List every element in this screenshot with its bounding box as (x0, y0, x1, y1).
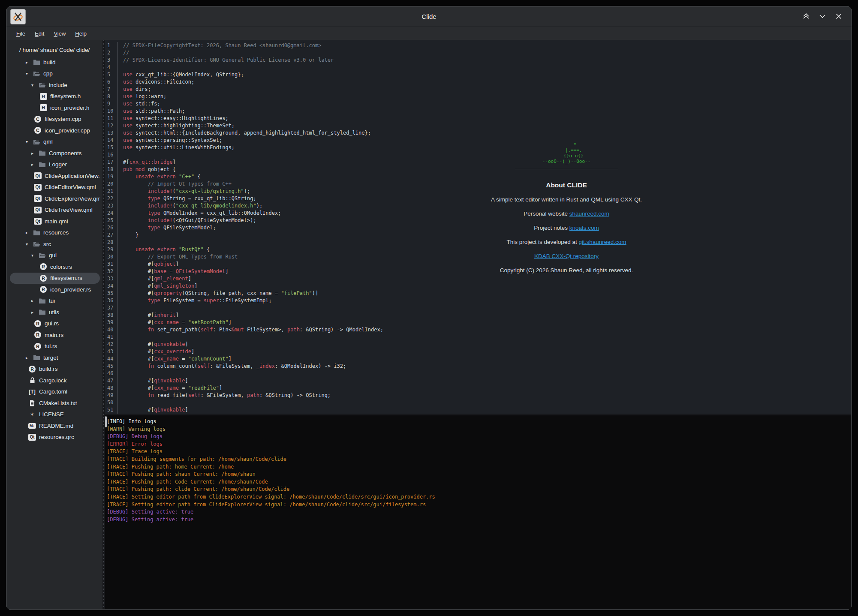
code-text: fn read_file(self: &FileSystem, path: &Q… (117, 392, 851, 399)
file-tree-panel: / home/ shaun/ Code/ clide/ ▸build▾cpp▾i… (7, 40, 102, 609)
tree-item-main-rs[interactable]: Rmain.rs (10, 329, 100, 341)
chevron-collapsed-icon[interactable]: ▸ (31, 162, 38, 167)
tree-item-qml[interactable]: ▾qml (10, 136, 100, 148)
chevron-collapsed-icon[interactable]: ▸ (26, 230, 33, 235)
chevron-expanded-icon[interactable]: ▾ (26, 71, 33, 76)
tree-item-include[interactable]: ▾include (10, 79, 100, 91)
rust-file-icon: R (39, 275, 47, 282)
tree-item-clideapplicationview-qml[interactable]: QtClideApplicationView.qml (10, 170, 100, 182)
about-line: Project notes knoats.com (438, 225, 695, 231)
tree-item-src[interactable]: ▾src (10, 238, 100, 250)
markdown-file-icon: M↓ (28, 423, 36, 429)
tree-item-target[interactable]: ▸target (10, 352, 100, 364)
tree-item-tui[interactable]: ▸tui (10, 295, 100, 307)
qt-file-icon: Qt (34, 195, 42, 202)
folder-icon (38, 252, 46, 258)
log-line-trace: [TRACE] Pushing path: home Current: /hom… (107, 463, 851, 471)
tree-item-clideexplorerview-qml[interactable]: QtClideExplorerView.qml (10, 193, 100, 204)
log-line-trace: [TRACE] Pushing path: Code Current: /hom… (107, 478, 851, 486)
code-text (117, 64, 851, 71)
line-number: 50 (105, 399, 117, 406)
tree-item-gui[interactable]: ▾gui (10, 250, 100, 261)
line-number: 47 (105, 377, 117, 385)
qt-file-icon: Qt (28, 434, 36, 441)
folder-icon (33, 241, 40, 247)
tree-item-cargo-lock[interactable]: Cargo.lock (10, 375, 100, 386)
tree-item-gui-rs[interactable]: Rgui.rs (10, 318, 100, 330)
menu-view[interactable]: View (50, 29, 69, 39)
tree-item-label: qml (43, 138, 53, 145)
tree-item-clidetreeview-qml[interactable]: QtClideTreeView.qml (10, 204, 100, 216)
tree-item-cmakelists-txt[interactable]: CMakeLists.txt (10, 397, 100, 409)
chevron-collapsed-icon[interactable]: ▸ (31, 151, 38, 156)
chevron-expanded-icon[interactable]: ▾ (31, 83, 38, 87)
menu-file[interactable]: File (12, 29, 29, 39)
line-number: 28 (105, 239, 117, 246)
about-link[interactable]: git.shaunreed.com (579, 239, 626, 245)
tree-item-logger[interactable]: ▸Logger (10, 159, 100, 171)
code-line: 36 type FileSystem = super::FileSystemIm… (105, 297, 851, 304)
tree-item-label: LICENSE (39, 411, 64, 418)
tree-item-filesystem-rs[interactable]: Rfilesystem.rs (10, 273, 100, 284)
line-number: 20 (105, 180, 117, 188)
tree-item-resources[interactable]: ▸resources (10, 227, 100, 239)
folder-icon (38, 309, 46, 315)
code-text (117, 370, 851, 377)
log-console[interactable]: [INFO] Info logs[WARN] Warning logs[DEBU… (105, 415, 851, 609)
code-line: 6use devicons::FileIcon; (105, 78, 851, 86)
code-editor[interactable]: * |.===. {}o o{} --ooO--(_)--Ooo-- About… (105, 40, 851, 414)
tree-item-icon-provider-rs[interactable]: Ricon_provider.rs (10, 284, 100, 295)
line-number: 42 (105, 341, 117, 348)
chevron-collapsed-icon[interactable]: ▸ (31, 298, 38, 303)
menu-help[interactable]: Help (71, 29, 90, 39)
code-text: use dirs; (117, 86, 851, 93)
tree-item-readme-md[interactable]: M↓README.md (10, 420, 100, 432)
maximize-button[interactable] (801, 11, 811, 21)
tree-item-build-rs[interactable]: Rbuild.rs (10, 364, 100, 375)
chevron-expanded-icon[interactable]: ▾ (26, 139, 33, 144)
tree-item-clideeditorview-qml[interactable]: QtClideEditorView.qml (10, 182, 100, 193)
minimize-button[interactable] (817, 11, 828, 21)
art-divider (515, 169, 618, 169)
chevron-collapsed-icon[interactable]: ▸ (26, 355, 33, 360)
tree-item-label: filesystem.cpp (45, 116, 81, 122)
about-link[interactable]: KDAB CXX-Qt repository (534, 253, 599, 259)
about-line: A simple text editor written in Rust and… (438, 196, 695, 203)
app-window: Clide FileEditViewHelp / home/ shaun/ Co (6, 6, 852, 610)
chevron-collapsed-icon[interactable]: ▸ (31, 310, 38, 315)
tree-item-label: ClideApplicationView.qml (45, 173, 100, 179)
qt-file-icon: Qt (34, 218, 42, 225)
tree-item-main-qml[interactable]: Qtmain.qml (10, 216, 100, 227)
code-text: #[inherit] (117, 312, 851, 319)
code-text: use syntect::highlighting::ThemeSet; (117, 122, 851, 129)
tree-item-tui-rs[interactable]: Rtui.rs (10, 341, 100, 352)
tree-item-filesystem-cpp[interactable]: Cfilesystem.cpp (10, 114, 100, 125)
tree-item-cargo-toml[interactable]: [T]Cargo.toml (10, 386, 100, 398)
line-number: 21 (105, 188, 117, 195)
tree-item-utils[interactable]: ▸utils (10, 306, 100, 318)
tree-item-icon-provider-cpp[interactable]: Cicon_provider.cpp (10, 125, 100, 136)
menu-edit[interactable]: Edit (31, 29, 48, 39)
tree-item-label: CMakeLists.txt (39, 400, 77, 406)
about-link[interactable]: knoats.com (569, 225, 599, 231)
tree-item-label: build.rs (39, 366, 58, 372)
code-line: 45 fn column_count(self: &FileSystem, _i… (105, 363, 851, 370)
tree-item-label: utils (49, 309, 59, 316)
tree-item-license[interactable]: ✶LICENSE (10, 409, 100, 421)
log-scrollbar-thumb[interactable] (105, 416, 107, 427)
log-line-trace: [TRACE] Trace logs (107, 448, 851, 456)
tree-item-resources-qrc[interactable]: Qtresources.qrc (10, 432, 100, 443)
about-link[interactable]: shaunreed.com (569, 210, 609, 217)
chevron-collapsed-icon[interactable]: ▸ (26, 60, 33, 65)
chevron-expanded-icon[interactable]: ▾ (26, 242, 33, 246)
text-file-icon (28, 400, 36, 406)
chevron-expanded-icon[interactable]: ▾ (31, 253, 38, 258)
tree-item-build[interactable]: ▸build (10, 57, 100, 68)
tree-item-components[interactable]: ▸Components (10, 147, 100, 159)
tree-item-cpp[interactable]: ▾cpp (10, 68, 100, 80)
close-button[interactable] (834, 11, 844, 21)
tree-item-icon-provider-h[interactable]: Hicon_provider.h (10, 102, 100, 114)
line-number: 9 (105, 100, 117, 108)
tree-item-filesystem-h[interactable]: Hfilesystem.h (10, 91, 100, 102)
tree-item-colors-rs[interactable]: Rcolors.rs (10, 261, 100, 273)
